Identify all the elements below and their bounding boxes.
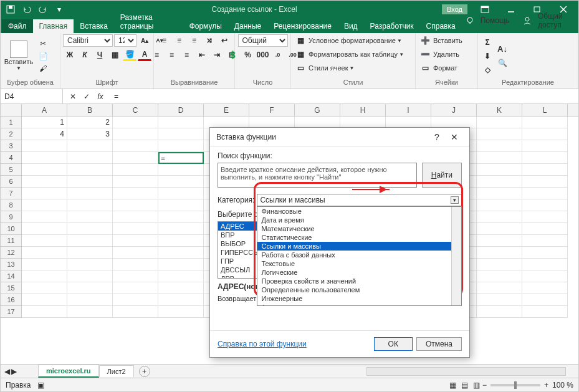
row-header[interactable]: 2 [1, 128, 22, 140]
cell[interactable] [22, 270, 67, 282]
tab-formulas[interactable]: Формулы [183, 19, 228, 33]
dialog-close-icon[interactable]: ✕ [446, 132, 463, 142]
fill-color-icon[interactable]: 🪣 [123, 49, 136, 61]
dropdown-scrollbar[interactable] [451, 207, 461, 305]
currency-icon[interactable]: 💲 [226, 49, 240, 61]
sheet-tab-active[interactable]: microexcel.ru [38, 365, 99, 378]
cell[interactable] [477, 188, 522, 199]
cell[interactable] [158, 211, 204, 223]
cell[interactable] [477, 294, 522, 306]
cell[interactable] [67, 223, 113, 235]
formula-bar[interactable]: = [110, 91, 578, 102]
column-header[interactable]: G [295, 104, 340, 116]
format-painter-icon[interactable]: 🖌 [37, 63, 49, 74]
cell[interactable] [67, 270, 113, 282]
cell[interactable] [477, 176, 522, 188]
cell[interactable] [67, 199, 113, 211]
category-option[interactable]: Логические [257, 268, 461, 277]
cell[interactable] [113, 306, 158, 318]
cell[interactable] [67, 247, 113, 259]
cell[interactable] [522, 211, 568, 223]
align-left-icon[interactable]: ≡ [150, 49, 164, 61]
row-header[interactable]: 6 [1, 176, 22, 188]
fill-icon[interactable]: ⬇ [481, 50, 494, 62]
cell[interactable] [22, 152, 67, 164]
category-option[interactable]: Ссылки и массивы [257, 242, 461, 251]
row-header[interactable]: 17 [1, 306, 22, 318]
cell[interactable] [22, 176, 67, 188]
cell[interactable] [113, 128, 158, 140]
increase-decimal-icon[interactable]: .0 [271, 49, 285, 61]
cell[interactable]: = [158, 152, 204, 164]
row-header[interactable]: 12 [1, 247, 22, 259]
column-header[interactable]: I [386, 104, 431, 116]
sheet-nav-next-icon[interactable]: ▶ [11, 367, 17, 376]
align-top-icon[interactable]: ≡ [158, 34, 171, 47]
view-pagelayout-icon[interactable]: ▤ [461, 381, 468, 390]
align-right-icon[interactable]: ≡ [180, 49, 194, 61]
share-button[interactable]: Общий доступ [519, 8, 573, 33]
column-header[interactable]: D [158, 104, 204, 116]
cell[interactable] [158, 259, 204, 270]
cell[interactable] [22, 164, 67, 176]
view-pagebreak-icon[interactable]: ▥ [473, 381, 480, 390]
cell[interactable] [67, 176, 113, 188]
cell[interactable] [158, 270, 204, 282]
cell[interactable] [522, 199, 568, 211]
cell[interactable] [522, 164, 568, 176]
cell[interactable] [522, 223, 568, 235]
tab-developer[interactable]: Разработчик [364, 19, 420, 33]
sort-filter-icon[interactable]: A↓ [495, 43, 509, 55]
zoom-in-icon[interactable]: + [544, 381, 548, 390]
cell[interactable] [67, 282, 113, 294]
cell[interactable] [477, 306, 522, 318]
category-option[interactable]: Аналитические [257, 303, 461, 306]
tab-help[interactable]: Справка [420, 19, 462, 33]
cell[interactable] [67, 259, 113, 270]
delete-cells-button[interactable]: ➖Удалить [418, 48, 459, 60]
row-header[interactable]: 8 [1, 199, 22, 211]
cell[interactable] [113, 294, 158, 306]
cell[interactable] [67, 164, 113, 176]
align-bottom-icon[interactable]: ≡ [188, 34, 201, 47]
cell[interactable]: 1 [22, 117, 67, 128]
find-button[interactable]: Найти [422, 163, 462, 188]
category-option[interactable]: Проверка свойств и значений [257, 277, 461, 285]
row-header[interactable]: 3 [1, 140, 22, 152]
column-header[interactable]: A [22, 104, 67, 116]
cell[interactable] [477, 117, 522, 128]
cell[interactable] [477, 140, 522, 152]
cell[interactable] [477, 199, 522, 211]
percent-icon[interactable]: % [241, 49, 255, 61]
cell[interactable] [67, 211, 113, 223]
cell[interactable] [113, 247, 158, 259]
category-dropdown[interactable]: ФинансовыеДата и времяМатематическиеСтат… [257, 206, 462, 306]
cell[interactable] [477, 164, 522, 176]
cell[interactable] [158, 235, 204, 247]
cell-styles-button[interactable]: ▭Стили ячеек▼ [294, 62, 354, 74]
dialog-help-icon[interactable]: ? [428, 132, 446, 142]
cut-icon[interactable]: ✂ [37, 38, 49, 49]
category-option[interactable]: Инженерные [257, 294, 461, 303]
enter-formula-icon[interactable]: ✓ [80, 92, 93, 101]
qat-customize-icon[interactable]: ▾ [52, 2, 67, 17]
cell[interactable] [113, 188, 158, 199]
decrease-indent-icon[interactable]: ⇤ [195, 49, 209, 61]
increase-indent-icon[interactable]: ⇥ [210, 49, 224, 61]
cell[interactable] [522, 306, 568, 318]
column-header[interactable]: E [204, 104, 249, 116]
cell[interactable] [522, 270, 568, 282]
cell[interactable] [22, 282, 67, 294]
cell[interactable] [158, 188, 204, 199]
cell[interactable] [158, 294, 204, 306]
cell[interactable] [113, 199, 158, 211]
category-option[interactable]: Дата и время [257, 216, 461, 224]
cell[interactable] [113, 211, 158, 223]
format-cells-button[interactable]: ▭Формат [418, 62, 457, 74]
fx-icon[interactable]: fx [94, 92, 107, 101]
cell[interactable] [477, 211, 522, 223]
increase-font-icon[interactable]: A▴ [138, 34, 151, 47]
row-header[interactable]: 7 [1, 188, 22, 199]
cell[interactable] [113, 235, 158, 247]
cell[interactable] [522, 259, 568, 270]
